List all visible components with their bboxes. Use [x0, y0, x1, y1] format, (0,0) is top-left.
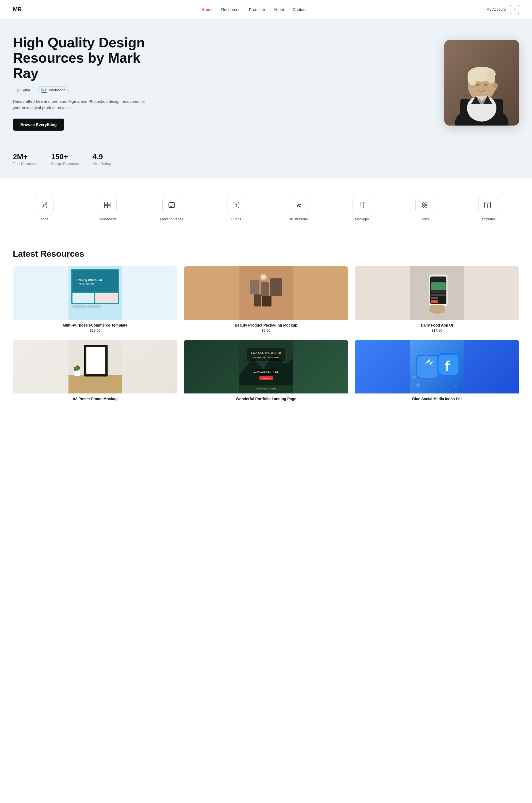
svg-rect-62: [431, 291, 445, 293]
resource-card-food[interactable]: Daily Food App UI $14.00: [355, 266, 519, 333]
stat-downloads-number: 2M+: [13, 152, 38, 161]
svg-point-95: [454, 385, 457, 388]
stat-resources: 150+ Design Resources: [51, 152, 79, 166]
svg-point-9: [476, 84, 479, 86]
hero-image-container: [444, 40, 519, 126]
hero-portrait: [444, 40, 519, 126]
nav-about[interactable]: About: [273, 7, 284, 12]
category-ui-kits[interactable]: UI Kits: [223, 191, 249, 225]
navbar: MR Home Resources Premium About Contact …: [0, 0, 532, 19]
my-account-link[interactable]: My Account: [487, 7, 506, 12]
hero-section: High Quality Design Resources by Mark Ra…: [0, 19, 532, 144]
templates-icon: [478, 196, 497, 214]
svg-text:A WONDERFUL GIFT: A WONDERFUL GIFT: [254, 371, 278, 374]
svg-rect-19: [108, 205, 110, 208]
svg-text:f: f: [445, 358, 450, 374]
svg-text:Book Now: Book Now: [262, 378, 271, 379]
stat-resources-number: 150+: [51, 152, 79, 161]
cart-count: 0: [514, 7, 516, 11]
hero-description: Handcrafted free and premium Figma and P…: [13, 98, 152, 111]
category-templates[interactable]: Templates: [474, 191, 501, 225]
resource-name-food: Daily Food App UI: [355, 323, 519, 327]
mockups-icon: [353, 196, 371, 214]
svg-point-27: [297, 206, 298, 207]
dashboard-icon: [98, 196, 117, 214]
resource-card-social[interactable]: f Blue Social Media Icons Set: [355, 340, 519, 403]
svg-point-96: [413, 376, 416, 379]
svg-rect-67: [430, 305, 444, 310]
templates-label: Templates: [480, 217, 496, 221]
ps-icon: Ps: [41, 88, 48, 93]
resource-card-ecommerce[interactable]: Raising Offers For Hot Summer! Multi-Pur…: [13, 266, 177, 333]
category-mockups[interactable]: Mockups: [348, 191, 375, 225]
resource-price-food: $14.00: [355, 328, 519, 332]
svg-rect-54: [262, 296, 271, 307]
cart-button[interactable]: 0: [510, 5, 519, 14]
category-icons[interactable]: Icons: [411, 191, 438, 225]
resources-grid: Raising Offers For Hot Summer! Multi-Pur…: [13, 266, 519, 403]
resource-thumb-portfolio: EXPLORE THE WORLD Explore The Colorful W…: [184, 340, 348, 394]
stats-section: 2M+ Total Downloads 150+ Design Resource…: [0, 144, 532, 179]
category-landing-pages[interactable]: Landing Pages: [157, 191, 186, 225]
resource-name-frame: A3 Poster Frame Mockup: [13, 397, 177, 401]
svg-text:Explore The Colorful World: Explore The Colorful World: [253, 356, 279, 359]
resource-thumb-ecommerce: Raising Offers For Hot Summer!: [13, 266, 177, 320]
nav-premium[interactable]: Premium: [249, 7, 265, 12]
svg-point-30: [362, 206, 362, 207]
svg-rect-63: [431, 294, 445, 296]
svg-rect-26: [235, 205, 237, 207]
stat-downloads-label: Total Downloads: [13, 162, 38, 166]
svg-rect-14: [43, 203, 46, 205]
category-illustrations[interactable]: Illustrations: [286, 191, 312, 225]
resource-card-frame[interactable]: A3 Poster Frame Mockup: [13, 340, 177, 403]
svg-rect-51: [261, 282, 269, 296]
nav-resources[interactable]: Resources: [221, 7, 241, 12]
svg-rect-17: [108, 202, 110, 205]
svg-rect-79: [247, 348, 285, 361]
resource-thumb-food: [355, 266, 519, 320]
svg-point-10: [484, 84, 488, 86]
category-dashboard[interactable]: Dashboard: [94, 191, 121, 225]
ui-kits-label: UI Kits: [231, 217, 241, 221]
figma-icon: ⬡: [16, 88, 19, 92]
resource-card-portfolio[interactable]: EXPLORE THE WORLD Explore The Colorful W…: [184, 340, 348, 403]
svg-rect-90: [417, 356, 439, 378]
svg-text:Raising Offers For: Raising Offers For: [76, 278, 102, 281]
svg-rect-18: [104, 205, 107, 208]
svg-rect-47: [73, 305, 86, 308]
stat-rating: 4.9 User Rating: [93, 152, 111, 166]
nav-right: My Account 0: [487, 5, 519, 14]
svg-rect-29: [361, 203, 363, 206]
resource-price-ecommerce: $29.00: [13, 328, 177, 332]
resource-thumb-beauty: [184, 266, 348, 320]
resource-thumb-frame: [13, 340, 177, 394]
resource-info-beauty: Beauty Product Packaging Mockup $9.00: [184, 320, 348, 333]
resource-thumb-social: f: [355, 340, 519, 394]
svg-rect-69: [69, 375, 122, 394]
nav-contact[interactable]: Contact: [292, 7, 306, 12]
svg-point-32: [425, 203, 427, 205]
svg-rect-53: [254, 294, 261, 307]
svg-point-12: [495, 88, 496, 90]
svg-rect-50: [250, 280, 260, 294]
svg-rect-61: [431, 282, 445, 290]
resource-card-beauty[interactable]: Beauty Product Packaging Mockup $9.00: [184, 266, 348, 333]
stat-rating-label: User Rating: [93, 162, 111, 166]
svg-rect-22: [170, 205, 172, 206]
resource-name-portfolio: Wonderful Portfolio Landing Page: [184, 397, 348, 401]
svg-rect-52: [270, 278, 282, 296]
categories-section: Apps Dashboard Landing Pages UI Kits Ill…: [0, 179, 532, 238]
svg-point-56: [262, 276, 265, 278]
svg-rect-15: [43, 205, 44, 207]
browse-everything-button[interactable]: Browse Everything: [13, 118, 64, 131]
nav-home[interactable]: Home: [202, 7, 213, 12]
svg-rect-44: [73, 293, 94, 303]
illustrations-icon: [290, 196, 308, 214]
resource-name-social: Blue Social Media Icons Set: [355, 397, 519, 401]
svg-rect-45: [95, 293, 118, 303]
resource-info-social: Blue Social Media Icons Set: [355, 394, 519, 403]
svg-point-11: [493, 83, 498, 89]
figma-label: Figma: [20, 88, 30, 92]
figma-badge: ⬡ Figma: [13, 87, 33, 93]
category-apps[interactable]: Apps: [31, 191, 58, 225]
